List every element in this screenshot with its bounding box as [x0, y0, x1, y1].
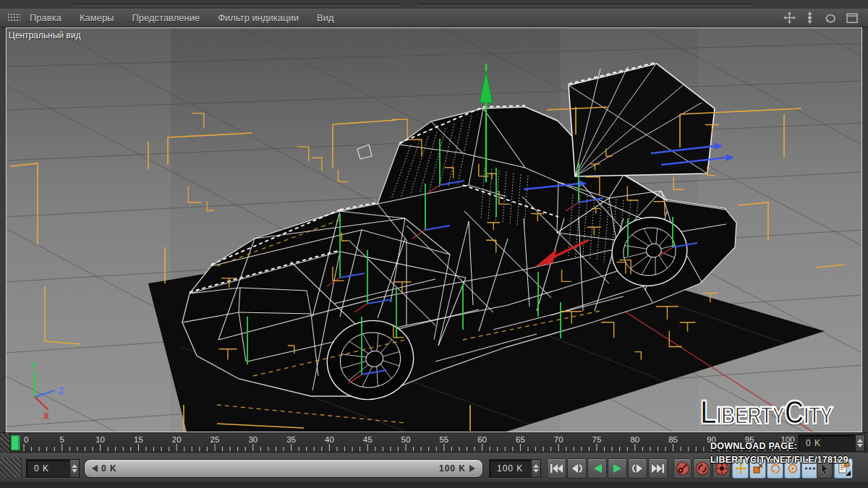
timeline-range-slider[interactable]: 0 K 100 K: [84, 459, 483, 478]
goto-start-button[interactable]: [547, 458, 566, 479]
current-frame-value: 0 K: [27, 463, 69, 474]
zoom-view-icon[interactable]: [805, 12, 814, 24]
goto-end-button[interactable]: [648, 458, 668, 479]
svg-text:5: 5: [60, 435, 64, 444]
svg-text:35: 35: [286, 435, 296, 444]
range-right-label: 100 K: [439, 463, 466, 474]
menu-item-3[interactable]: Фильтр индикации: [216, 11, 301, 25]
menu-items: ПравкаКамерыПредставлениеФильтр индикаци…: [27, 11, 350, 25]
menu-item-1[interactable]: Камеры: [77, 11, 116, 25]
current-frame-field[interactable]: 0 K: [26, 459, 80, 478]
svg-text:30: 30: [248, 435, 258, 444]
play-backward-button[interactable]: [587, 458, 607, 479]
download-page-label: DOWNLOAD PAGE:: [710, 440, 797, 451]
divider-handle[interactable]: [418, 3, 752, 6]
application-window: YZX ПравкаКамерыПредставлениеФильтр инди…: [0, 0, 868, 488]
range-left-label: 0 K: [101, 463, 117, 474]
next-key-button[interactable]: [628, 458, 647, 479]
viewport-left-edge: [0, 27, 6, 432]
svg-text:15: 15: [134, 435, 143, 444]
viewport-title: Центральный вид: [9, 30, 81, 40]
axis-label-y: Y: [30, 361, 36, 371]
end-frame-spinner[interactable]: [531, 460, 540, 477]
svg-text:70: 70: [554, 435, 563, 444]
svg-text:60: 60: [477, 435, 487, 444]
record-keyframe-button[interactable]: [673, 458, 692, 479]
maximize-view-icon[interactable]: [846, 13, 858, 23]
playback-buttons: [547, 458, 668, 479]
timeline-frame-value: 0 K: [799, 438, 855, 448]
timeline-ticks: 0510152025303540455055606570758085909510…: [0, 433, 796, 454]
libertycity-logo: LIBERTYCITY: [700, 396, 833, 432]
svg-text:0: 0: [24, 435, 28, 444]
move-view-icon[interactable]: [783, 12, 796, 24]
svg-text:25: 25: [210, 435, 220, 444]
svg-text:55: 55: [439, 435, 448, 444]
window-bottom-strip: [0, 482, 868, 488]
svg-text:80: 80: [630, 435, 639, 444]
axis-label-x: X: [43, 411, 49, 421]
svg-text:65: 65: [516, 435, 525, 444]
viewport-right-edge: [862, 27, 868, 432]
range-left-arrow-icon: [92, 465, 98, 472]
current-frame-spinner[interactable]: [69, 460, 79, 477]
download-page-url: LIBERTYCITY.NET/FILE/178129: [710, 454, 848, 465]
menu-item-4[interactable]: Вид: [315, 11, 336, 25]
window-top-strip: [0, 0, 868, 9]
svg-text:75: 75: [592, 435, 602, 444]
play-forward-button[interactable]: [608, 458, 627, 479]
view-controls: [783, 12, 858, 24]
autokey-toggle-button[interactable]: [693, 458, 711, 479]
axis-label-z: Z: [59, 386, 64, 396]
toolbar-grip[interactable]: [0, 458, 22, 478]
svg-text:45: 45: [363, 435, 373, 444]
timeline-frame-spinner[interactable]: [855, 435, 864, 451]
end-frame-value: 100 K: [490, 463, 531, 474]
timeline-frame-field[interactable]: 0 K: [799, 435, 865, 452]
menu-item-0[interactable]: Правка: [27, 11, 64, 25]
menu-item-2[interactable]: Представление: [129, 11, 202, 25]
svg-text:20: 20: [172, 435, 182, 444]
svg-text:40: 40: [325, 435, 334, 444]
range-right-arrow-icon: [469, 465, 475, 472]
svg-text:50: 50: [401, 435, 411, 444]
divider-handle[interactable]: [72, 3, 401, 6]
previous-key-button[interactable]: [567, 458, 587, 479]
svg-text:85: 85: [668, 435, 678, 444]
svg-text:10: 10: [95, 435, 105, 444]
end-frame-field[interactable]: 100 K: [489, 459, 541, 478]
rotate-view-icon[interactable]: [824, 12, 837, 24]
viewport-menu-bar: ПравкаКамерыПредставлениеФильтр индикаци…: [0, 9, 868, 27]
panel-grip-icon[interactable]: [7, 13, 20, 22]
